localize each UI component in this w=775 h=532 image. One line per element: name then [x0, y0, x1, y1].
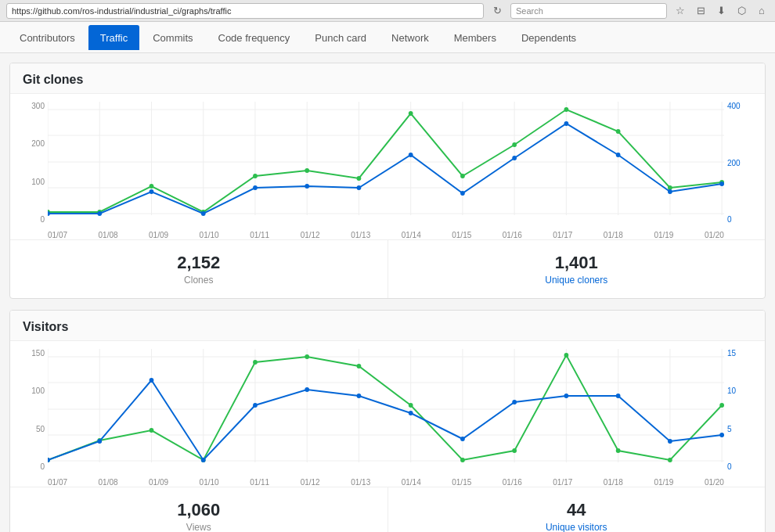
tab-dependents[interactable]: Dependents: [510, 25, 588, 50]
svg-point-34: [97, 211, 102, 216]
extension-icon[interactable]: ⬡: [734, 4, 748, 18]
svg-point-25: [357, 176, 362, 181]
download-icon[interactable]: ⬇: [714, 4, 728, 18]
views-label: Views: [23, 522, 375, 532]
svg-point-29: [564, 107, 569, 112]
tab-contributors[interactable]: Contributors: [8, 25, 87, 50]
svg-point-38: [305, 184, 309, 189]
svg-point-73: [409, 403, 413, 408]
url-text: https://github.com/ros-industrial/indust…: [12, 6, 231, 16]
visitors-x-labels: 01/07 01/08 01/09 01/10 01/11 01/12 01/1…: [48, 478, 724, 487]
svg-point-21: [150, 184, 154, 189]
url-bar[interactable]: https://github.com/ros-industrial/indust…: [6, 3, 484, 19]
tab-punch-card[interactable]: Punch card: [303, 25, 378, 50]
svg-point-23: [253, 174, 258, 178]
unique-visitors-number: 44: [401, 500, 753, 520]
unique-cloners-number: 1,401: [401, 253, 753, 273]
svg-point-42: [512, 156, 517, 160]
svg-point-84: [253, 403, 258, 408]
clones-number: 2,152: [23, 253, 375, 273]
svg-point-89: [512, 400, 517, 404]
views-stat: 1,060 Views: [10, 487, 388, 532]
main-content: Git clones 300 200 100 0: [0, 53, 775, 532]
search-placeholder: Search: [516, 6, 543, 16]
git-clones-title: Git clones: [10, 63, 765, 94]
git-clones-stats: 2,152 Clones 1,401 Unique cloners: [10, 239, 765, 298]
search-bar[interactable]: Search: [510, 3, 667, 19]
git-clones-section: Git clones 300 200 100 0: [9, 63, 766, 299]
git-clones-y-axis-right: 400 200 0: [724, 102, 752, 239]
svg-point-46: [719, 182, 724, 186]
nav-tabs: Contributors Traffic Commits Code freque…: [0, 22, 775, 53]
svg-point-91: [616, 394, 621, 398]
visitors-chart-container: 150 100 50 0: [10, 341, 765, 487]
svg-point-88: [460, 437, 465, 441]
svg-point-76: [564, 353, 569, 358]
svg-point-26: [409, 111, 413, 116]
git-clones-x-labels: 01/07 01/08 01/09 01/10 01/11 01/12 01/1…: [48, 231, 724, 239]
svg-point-93: [719, 433, 724, 437]
home-icon[interactable]: ⌂: [755, 4, 769, 18]
svg-point-78: [668, 458, 672, 462]
visitors-section: Visitors 150 100 50 0: [9, 310, 766, 532]
star-icon[interactable]: ☆: [673, 4, 687, 18]
svg-point-77: [616, 448, 621, 453]
visitors-y-axis-left: 150 100 50 0: [23, 349, 48, 487]
bookmark-icon[interactable]: ⊟: [694, 4, 708, 18]
svg-point-39: [357, 185, 362, 190]
tab-traffic[interactable]: Traffic: [88, 25, 139, 50]
visitors-y-axis-right: 15 10 5 0: [724, 349, 752, 487]
reload-icon[interactable]: ↻: [490, 4, 504, 18]
svg-point-72: [357, 364, 362, 368]
svg-point-70: [253, 360, 258, 365]
unique-visitors-stat: 44 Unique visitors: [388, 487, 766, 532]
svg-point-74: [460, 458, 465, 462]
clones-label: Clones: [23, 275, 375, 286]
tab-network[interactable]: Network: [380, 25, 441, 50]
svg-point-43: [564, 121, 569, 126]
unique-cloners-label[interactable]: Unique cloners: [401, 275, 753, 286]
svg-point-24: [305, 168, 309, 173]
svg-point-71: [305, 354, 309, 359]
svg-point-45: [668, 189, 672, 194]
svg-point-85: [305, 387, 309, 392]
svg-point-86: [357, 394, 362, 398]
svg-point-83: [201, 458, 206, 462]
visitors-title: Visitors: [10, 311, 765, 341]
git-clones-chart-container: 300 200 100 0: [10, 94, 765, 239]
git-clones-chart: [48, 102, 724, 227]
svg-point-68: [150, 428, 154, 433]
svg-point-30: [616, 129, 621, 134]
unique-cloners-stat: 1,401 Unique cloners: [388, 240, 766, 298]
tab-commits[interactable]: Commits: [141, 25, 204, 50]
svg-point-28: [512, 142, 517, 147]
svg-point-79: [719, 403, 724, 408]
svg-point-90: [564, 394, 569, 398]
tab-members[interactable]: Members: [442, 25, 508, 50]
tab-code-frequency[interactable]: Code frequency: [207, 25, 302, 50]
unique-visitors-label[interactable]: Unique visitors: [401, 522, 753, 532]
svg-point-37: [253, 185, 258, 190]
svg-point-87: [409, 411, 413, 415]
svg-point-92: [668, 439, 672, 444]
browser-bar: https://github.com/ros-industrial/indust…: [0, 0, 775, 22]
clones-stat: 2,152 Clones: [10, 240, 388, 298]
visitors-stats: 1,060 Views 44 Unique visitors: [10, 487, 765, 532]
svg-point-81: [97, 439, 102, 444]
svg-point-82: [150, 378, 154, 383]
visitors-chart: [48, 349, 724, 474]
svg-point-41: [460, 191, 465, 196]
svg-point-40: [409, 153, 413, 157]
svg-point-44: [616, 153, 621, 157]
svg-point-36: [201, 211, 206, 216]
svg-point-75: [512, 448, 517, 453]
git-clones-y-axis-left: 300 200 100 0: [23, 102, 48, 239]
svg-point-35: [150, 189, 154, 194]
svg-point-27: [460, 174, 465, 178]
views-number: 1,060: [23, 500, 375, 520]
svg-point-80: [48, 458, 50, 462]
